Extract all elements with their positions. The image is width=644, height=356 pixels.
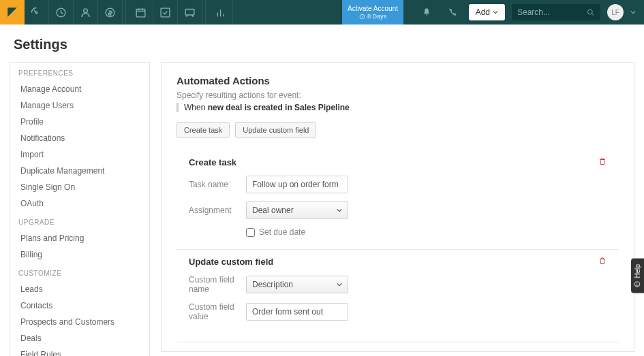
due-date-row: Set due date — [246, 227, 607, 237]
chevron-down-icon — [337, 208, 342, 213]
svg-rect-4 — [136, 9, 145, 16]
task-name-label: Task name — [189, 180, 246, 189]
update-field-title: Update custom field — [189, 257, 273, 267]
field-value-input[interactable] — [246, 303, 348, 321]
help-tab[interactable]: Help — [631, 259, 644, 293]
add-button[interactable]: Add — [469, 4, 505, 20]
task-name-input[interactable] — [246, 176, 348, 193]
dashboard-icon[interactable] — [25, 0, 49, 25]
main-panel: Automated Actions Specify resulting acti… — [161, 62, 634, 352]
assignment-label: Assignment — [189, 206, 246, 215]
sidebar-item-single-sign-on[interactable]: Single Sign On — [10, 179, 149, 195]
svg-point-8 — [588, 10, 593, 14]
activate-days: 8 Days — [348, 13, 398, 21]
svg-rect-5 — [161, 8, 170, 17]
svg-rect-6 — [185, 9, 194, 15]
sidebar-item-field-rules[interactable]: Field Rules — [10, 346, 149, 356]
action-type-buttons: Create task Update custom field — [177, 122, 619, 138]
activity-icon[interactable] — [49, 0, 74, 25]
sidebar-item-prospects-and-customers[interactable]: Prospects and Customers — [10, 314, 149, 330]
activate-account-banner[interactable]: Activate Account 8 Days — [342, 0, 403, 25]
sidebar-item-manage-users[interactable]: Manage Users — [10, 97, 149, 114]
field-value-label: Custom field value — [189, 302, 246, 321]
chevron-down-icon[interactable] — [630, 10, 636, 15]
due-date-checkbox[interactable] — [246, 228, 255, 237]
sidebar-item-leads[interactable]: Leads — [10, 281, 149, 297]
topbar-right: Add LF — [417, 0, 644, 25]
search-icon — [587, 8, 595, 17]
trash-icon[interactable] — [598, 157, 607, 167]
sidebar-heading: PREFERENCES — [10, 63, 149, 81]
activate-label: Activate Account — [348, 4, 398, 13]
phone-icon[interactable] — [443, 3, 462, 22]
contacts-icon[interactable] — [74, 0, 98, 25]
reports-icon[interactable] — [209, 0, 233, 25]
chevron-down-icon — [337, 282, 342, 287]
create-task-title: Create task — [189, 157, 236, 167]
help-icon — [634, 281, 641, 288]
sidebar-item-oauth[interactable]: OAuth — [10, 195, 149, 212]
sidebar-item-deals[interactable]: Deals — [10, 330, 149, 346]
svg-point-2 — [84, 8, 88, 12]
field-name-select[interactable]: Description — [246, 276, 348, 293]
sidebar-item-profile[interactable]: Profile — [10, 114, 149, 130]
create-task-block: Create task Task name Assignment Deal ow… — [177, 150, 619, 250]
trash-icon[interactable] — [598, 257, 607, 267]
sidebar-heading: UPGRADE — [10, 212, 149, 230]
update-field-btn[interactable]: Update custom field — [235, 122, 316, 138]
sidebar-heading: CUSTOMIZE — [10, 263, 149, 281]
field-name-label: Custom field name — [189, 275, 246, 294]
sidebar-item-manage-account[interactable]: Manage Account — [10, 81, 149, 97]
topbar: Activate Account 8 Days Add LF — [0, 0, 644, 25]
create-task-btn[interactable]: Create task — [177, 122, 230, 138]
calendar-icon[interactable] — [129, 0, 153, 25]
due-date-label: Set due date — [259, 227, 305, 237]
logo-icon[interactable] — [0, 0, 25, 25]
avatar[interactable]: LF — [607, 4, 624, 20]
communication-icon[interactable] — [178, 0, 202, 25]
update-field-block: Update custom field Custom field name De… — [177, 250, 619, 342]
settings-sidebar: PREFERENCESManage AccountManage UsersPro… — [10, 62, 150, 356]
sidebar-item-billing[interactable]: Billing — [10, 246, 149, 263]
chevron-down-icon — [493, 10, 498, 15]
main-title: Automated Actions — [177, 75, 619, 86]
search-box[interactable] — [512, 4, 600, 20]
sidebar-item-import[interactable]: Import — [10, 146, 149, 163]
sidebar-item-contacts[interactable]: Contacts — [10, 297, 149, 314]
page-title: Settings — [0, 25, 644, 62]
sidebar-item-notifications[interactable]: Notifications — [10, 130, 149, 146]
sidebar-item-plans-and-pricing[interactable]: Plans and Pricing — [10, 230, 149, 246]
search-input[interactable] — [517, 7, 587, 17]
main-subtitle: Specify resulting actions for event: — [177, 91, 619, 100]
deals-icon[interactable] — [98, 0, 123, 25]
nav-icons — [0, 0, 233, 25]
assignment-select[interactable]: Deal owner — [246, 201, 348, 219]
content: PREFERENCESManage AccountManage UsersPro… — [0, 62, 644, 356]
notifications-icon[interactable] — [417, 3, 436, 22]
event-line: When new deal is created in Sales Pipeli… — [177, 103, 619, 112]
sidebar-item-duplicate-management[interactable]: Duplicate Management — [10, 163, 149, 179]
tasks-icon[interactable] — [153, 0, 178, 25]
